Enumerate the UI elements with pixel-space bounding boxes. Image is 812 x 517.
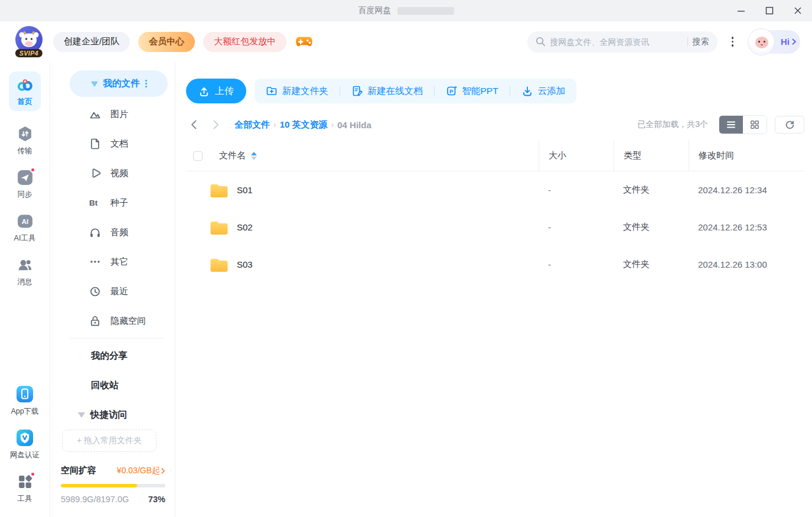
smart-ppt-icon: P — [446, 85, 458, 97]
rail-item-transfer[interactable]: 传输 — [17, 125, 33, 156]
folder-icon — [210, 219, 229, 235]
sort-control[interactable] — [251, 152, 257, 160]
rail-label: AI工具 — [14, 233, 36, 243]
category-label: 隐藏空间 — [110, 316, 146, 327]
sidebar-item-documents[interactable]: 文档 — [50, 129, 175, 158]
minimize-button[interactable] — [727, 0, 755, 21]
images-icon — [89, 108, 101, 120]
user-greeting-pill[interactable]: Hi — [748, 29, 800, 55]
close-button[interactable] — [784, 0, 812, 21]
load-status-text: 已全部加载，共3个 — [637, 119, 708, 130]
search-button[interactable]: 搜索 — [693, 37, 709, 47]
smart-ppt-button[interactable]: P 智能PPT — [435, 79, 510, 103]
breadcrumb-root[interactable]: 全部文件 — [234, 119, 270, 131]
rail-item-sync[interactable]: 同步 — [17, 169, 33, 200]
maximize-button[interactable] — [755, 0, 784, 21]
file-type: 文件夹 — [614, 184, 689, 196]
search-input[interactable] — [550, 37, 683, 47]
storage-upgrade-link[interactable]: ¥0.03/GB起 — [117, 466, 165, 476]
app-title: 百度网盘 — [358, 5, 392, 16]
chevron-right-icon — [792, 38, 797, 45]
list-view-button[interactable] — [719, 116, 743, 134]
sidebar-item-torrents[interactable]: Bt 种子 — [50, 188, 175, 217]
breadcrumb-separator: › — [331, 120, 334, 129]
sidebar-item-audio[interactable]: 音频 — [50, 217, 175, 247]
sidebar-item-my-shares[interactable]: 我的分享 — [50, 341, 175, 370]
cloud-add-button[interactable]: 云添加 — [510, 79, 577, 103]
rail-item-certification[interactable]: 网盘认证 — [10, 430, 40, 460]
select-all-checkbox[interactable] — [193, 151, 203, 161]
sidebar-item-hidden-space[interactable]: 隐藏空间 — [50, 306, 175, 336]
search-divider — [687, 37, 688, 47]
rail-label: 工具 — [18, 494, 32, 504]
table-row[interactable]: S03 - 文件夹 2024.12.26 13:00 — [186, 246, 804, 283]
refresh-button[interactable] — [775, 116, 804, 134]
left-rail: 首页 传输 同步 — [0, 62, 50, 517]
breadcrumb-current: 04 Hilda — [337, 120, 371, 130]
videos-icon — [89, 167, 101, 179]
quick-access-drop-zone[interactable]: + 拖入常用文件夹 — [62, 430, 156, 452]
sidebar-item-others[interactable]: 其它 — [50, 247, 175, 277]
sidebar-item-recycle-bin[interactable]: 回收站 — [50, 370, 175, 400]
upload-button[interactable]: 上传 — [186, 79, 246, 103]
sort-up-icon — [251, 152, 257, 155]
redacted-username — [397, 7, 454, 15]
chevron-left-icon — [191, 120, 197, 129]
sidebar-item-recent[interactable]: 最近 — [50, 277, 175, 306]
messages-icon — [17, 257, 33, 273]
my-files-more-icon[interactable] — [145, 80, 147, 87]
member-center-button[interactable]: 会员中心 — [138, 32, 195, 52]
create-team-button[interactable]: 创建企业/团队 — [53, 32, 130, 52]
file-name: S01 — [237, 185, 253, 195]
rail-item-tools[interactable]: 工具 — [17, 473, 33, 504]
new-folder-button[interactable]: 新建文件夹 — [255, 79, 340, 103]
svip-badge: SVIP4 — [15, 49, 43, 57]
breadcrumb-parent[interactable]: 10 英文资源 — [280, 119, 328, 131]
upload-label: 上传 — [215, 85, 234, 97]
category-label: 音频 — [110, 227, 128, 238]
rail-item-messages[interactable]: 消息 — [17, 256, 33, 287]
rail-label: 网盘认证 — [10, 450, 40, 460]
nav-back-button[interactable] — [186, 120, 201, 129]
column-header-name: 文件名 — [210, 141, 539, 171]
account-avatar-button[interactable]: SVIP4 — [13, 25, 45, 58]
breadcrumb: 全部文件 › 10 英文资源 › 04 Hilda — [234, 119, 371, 131]
documents-icon — [89, 138, 101, 149]
my-files-label: 我的文件 — [103, 77, 140, 90]
search-bar[interactable]: 搜索 — [527, 31, 718, 53]
file-name-cell[interactable]: S01 — [210, 182, 539, 198]
rail-item-home[interactable]: 首页 — [9, 71, 41, 111]
table-header: 文件名 大小 类型 修改时间 — [186, 141, 804, 171]
baidu-netdisk-window: 百度网盘 — [0, 0, 812, 517]
storage-panel: 空间扩容 ¥0.03/GB起 5989.9G/8197.0G 73% — [61, 465, 165, 504]
file-name: S03 — [237, 259, 253, 269]
rail-item-ai-tools[interactable]: AI AI工具 — [14, 213, 36, 243]
rail-label: 消息 — [18, 277, 32, 287]
red-packet-banner[interactable]: 大额红包发放中 — [203, 32, 286, 52]
triangle-down-icon — [91, 81, 98, 87]
file-size: - — [539, 259, 614, 269]
storage-percent-text: 73% — [148, 495, 165, 504]
sidebar-divider — [70, 338, 164, 339]
storage-usage-text: 5989.9G/8197.0G — [61, 495, 129, 504]
grid-view-button[interactable] — [743, 116, 767, 134]
file-name-cell[interactable]: S03 — [210, 256, 539, 272]
app-body: 首页 传输 同步 — [0, 62, 812, 517]
category-label: 文档 — [110, 138, 128, 149]
file-modified: 2024.12.26 13:00 — [689, 259, 804, 269]
sidebar-item-videos[interactable]: 视频 — [50, 158, 175, 188]
toolbar-action-group: 新建文件夹 新建在线文档 — [255, 79, 576, 103]
file-name-cell[interactable]: S02 — [210, 219, 539, 235]
rail-item-app-download[interactable]: App下载 — [11, 386, 38, 417]
sidebar-quick-access-header[interactable]: 快捷访问 — [50, 400, 175, 430]
new-online-doc-button[interactable]: 新建在线文档 — [340, 79, 434, 103]
category-label: 种子 — [110, 197, 128, 209]
table-row[interactable]: S01 - 文件夹 2024.12.26 12:34 — [186, 171, 804, 209]
nav-forward-button[interactable] — [208, 120, 224, 129]
breadcrumb-row: 全部文件 › 10 英文资源 › 04 Hilda 已全部加载，共3个 — [186, 116, 804, 134]
table-row[interactable]: S02 - 文件夹 2024.12.26 12:53 — [186, 209, 804, 246]
game-center-button[interactable] — [295, 34, 314, 50]
header-more-menu-button[interactable] — [726, 33, 740, 50]
sidebar-item-images[interactable]: 图片 — [50, 99, 175, 129]
sidebar-item-my-files[interactable]: 我的文件 — [70, 70, 168, 97]
